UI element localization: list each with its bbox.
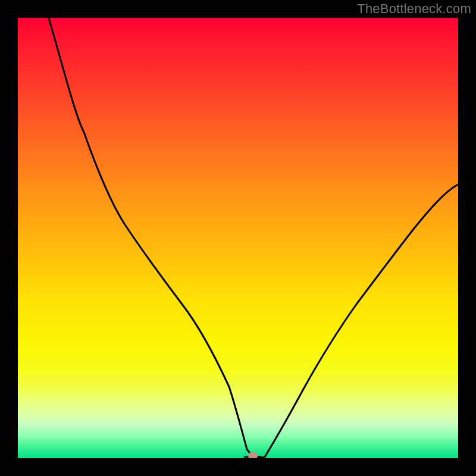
watermark-text: TheBottleneck.com: [357, 1, 471, 17]
plot-area: [18, 18, 458, 458]
bottleneck-curve: [18, 18, 458, 458]
chart-frame: TheBottleneck.com: [0, 0, 476, 476]
